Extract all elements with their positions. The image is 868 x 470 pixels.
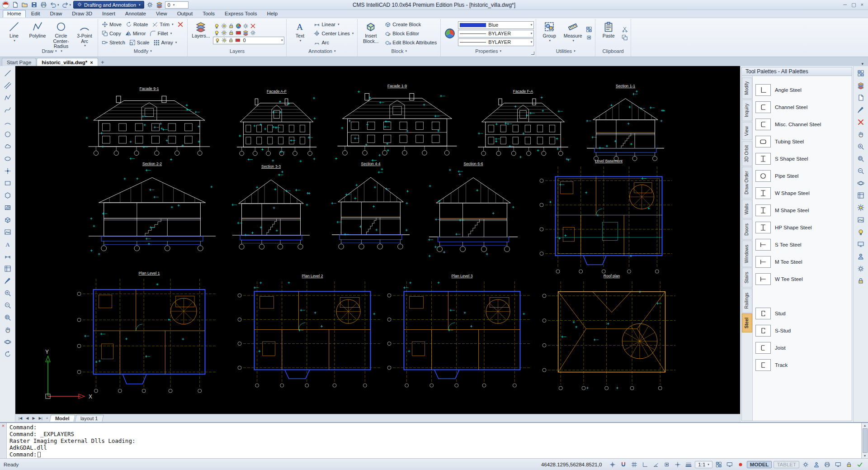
erase-icon[interactable] <box>250 23 256 29</box>
new-tab-button[interactable]: + <box>99 58 107 66</box>
lock-icon[interactable] <box>228 23 234 29</box>
panel-lock-ui[interactable] <box>855 275 867 286</box>
palette-item-joist[interactable]: Joist <box>755 339 849 356</box>
ribbon-group-label-modify[interactable]: Modify▾ <box>100 47 185 55</box>
line-tool[interactable] <box>2 67 14 79</box>
scroll-down-icon[interactable]: ▾ <box>864 454 866 458</box>
last-sheet-button[interactable]: ▶| <box>38 416 44 420</box>
lineweight-icon[interactable] <box>684 460 693 469</box>
palette-item-misc-channel-steel[interactable]: Misc. Channel Steel <box>755 116 849 133</box>
status-ok-icon[interactable] <box>855 460 864 469</box>
color-combo[interactable]: Blue▾ <box>458 21 534 29</box>
orbit-tool[interactable] <box>2 336 14 347</box>
ribbon-button-measure[interactable]: Measure▾ <box>561 19 584 47</box>
panel-materials[interactable] <box>855 214 867 225</box>
menu-item-insert[interactable]: Insert <box>98 10 120 18</box>
ribbon-button-stretch[interactable]: Stretch <box>100 38 127 47</box>
palette-item-hp-shape-steel[interactable]: HP Shape Steel <box>755 219 849 236</box>
model-space-button[interactable]: MODEL <box>747 461 772 468</box>
palette-item-w-shape-steel[interactable]: W Shape Steel <box>755 185 849 202</box>
print-button[interactable] <box>39 1 48 9</box>
menu-item-draw[interactable]: Draw <box>46 10 67 18</box>
maximize-button[interactable]: ▢ <box>851 2 856 8</box>
first-sheet-button[interactable]: |◀ <box>17 416 24 420</box>
pan-tool[interactable] <box>2 324 14 335</box>
osnap-icon[interactable] <box>586 34 592 41</box>
workspace-selector[interactable]: Drafting and Annotation ▾ <box>73 1 144 9</box>
close-tab-icon[interactable]: × <box>90 60 93 65</box>
command-close-button[interactable]: × <box>2 423 5 458</box>
settings-icon[interactable] <box>801 460 810 469</box>
scroll-thumb[interactable] <box>863 428 868 453</box>
redo-button[interactable]: ▾ <box>61 1 72 9</box>
menu-item-output[interactable]: Output <box>173 10 198 18</box>
menu-item-edit[interactable]: Edit <box>27 10 45 18</box>
zoom-window-tool[interactable] <box>2 312 14 323</box>
linetype-combo[interactable]: BYLAYER▾ <box>458 30 534 38</box>
layer-combo[interactable]: 0▾ <box>213 37 284 44</box>
zoom-in-tool[interactable] <box>2 287 14 299</box>
layer-states-button[interactable] <box>155 1 164 9</box>
menu-item-help[interactable]: Help <box>262 10 282 18</box>
osnap-icon[interactable] <box>662 460 671 469</box>
ribbon-button-group[interactable]: Group▾ <box>538 19 561 47</box>
palette-tab-steel[interactable]: Steel <box>742 313 752 332</box>
text-tool[interactable]: A <box>2 238 14 250</box>
bulb-icon[interactable] <box>214 23 220 29</box>
grid-icon[interactable] <box>630 460 639 469</box>
doc-tab-historic-villa-dwg[interactable]: historic_villa.dwg*× <box>37 58 98 66</box>
plot-icon[interactable] <box>823 460 832 469</box>
prev-sheet-button[interactable]: ◀ <box>24 416 30 420</box>
arc-tool[interactable] <box>2 116 14 128</box>
gear-icon[interactable] <box>243 23 249 29</box>
command-scrollbar[interactable]: ▴▾ <box>861 423 868 458</box>
ribbon-button-circle-center-radius[interactable]: Circle Center-Radius▾ <box>50 19 72 47</box>
panel-walk[interactable] <box>855 251 867 262</box>
user-icon[interactable] <box>812 460 821 469</box>
panel-markup[interactable] <box>855 104 867 115</box>
palette-tab-railings[interactable]: Railings <box>742 289 752 313</box>
region-tool[interactable] <box>2 214 14 225</box>
open-button[interactable] <box>20 1 29 9</box>
palette-item-s-shape-steel[interactable]: S Shape Steel <box>755 150 849 167</box>
palette-title[interactable]: Tool Palettes - All Palettes <box>741 67 852 76</box>
palette-item-s-stud[interactable]: S-Stud <box>755 322 849 339</box>
gear-icon[interactable] <box>250 30 256 36</box>
palette-tab-view[interactable]: View <box>742 122 752 140</box>
drawing-canvas[interactable]: Facade 9-1Facade A-FFacade 1-9Facade F-A… <box>15 66 740 414</box>
palette-tab-stairs[interactable]: Stairs <box>742 268 752 288</box>
minimize-button[interactable]: ─ <box>843 2 847 8</box>
snap-icon[interactable] <box>619 460 628 469</box>
ortho-icon[interactable] <box>641 460 650 469</box>
point-tool[interactable] <box>2 165 14 176</box>
zoom-out-tool[interactable] <box>2 299 14 311</box>
colorwheel-icon[interactable] <box>236 23 241 29</box>
circle-tool[interactable] <box>2 128 14 140</box>
ellipse-tool[interactable] <box>2 153 14 164</box>
undo-button[interactable]: ▾ <box>49 1 60 9</box>
panel-zoom-previous[interactable] <box>855 165 867 176</box>
next-sheet-button[interactable]: ▶ <box>31 416 36 420</box>
rectangle-tool[interactable] <box>2 177 14 189</box>
palette-item-s-tee-steel[interactable]: S Tee Steel <box>755 236 849 253</box>
menu-item-tools[interactable]: Tools <box>198 10 219 18</box>
close-button[interactable]: × <box>861 2 863 8</box>
palette-item-channel-steel[interactable]: Channel Steel <box>755 99 849 116</box>
save-button[interactable] <box>30 1 38 9</box>
image-attach-tool[interactable] <box>2 226 14 237</box>
ribbon-button-edit-block-attributes[interactable]: AEdit Block Attributes <box>383 38 439 47</box>
revision-cloud-tool[interactable] <box>2 141 14 152</box>
panel-tool-palettes[interactable] <box>855 80 867 91</box>
ribbon-button-rotate[interactable]: Rotate <box>124 20 150 29</box>
ribbon-button-array[interactable]: Array▾ <box>151 38 179 47</box>
palette-item-stud[interactable]: Stud <box>755 305 849 322</box>
panel-sheet-set-manager[interactable] <box>855 92 867 103</box>
ribbon-button-create-block[interactable]: Create Block <box>383 20 423 29</box>
grid4-icon[interactable] <box>586 26 592 33</box>
panel-named-views[interactable] <box>855 190 867 201</box>
construction-line-tool[interactable] <box>2 80 14 91</box>
ribbon-button-polyline[interactable]: Polyline <box>26 19 49 47</box>
panel-orbit[interactable] <box>855 177 867 189</box>
ribbon-button-layers[interactable]: Layers... <box>189 19 212 47</box>
panel-pan[interactable] <box>855 128 867 140</box>
